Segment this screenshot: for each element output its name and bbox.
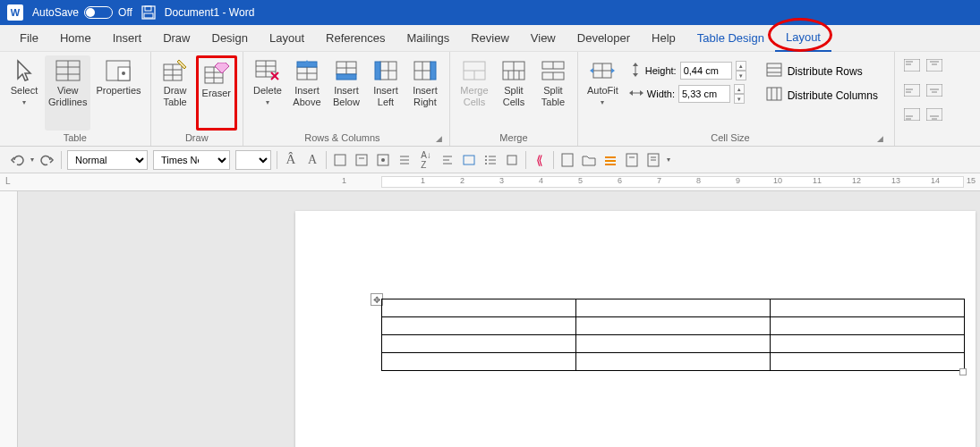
save-icon[interactable]: [141, 5, 156, 20]
menu-references[interactable]: References: [315, 25, 396, 52]
eraser-button[interactable]: Eraser: [196, 55, 237, 131]
font-icon[interactable]: A: [304, 152, 320, 168]
insert-left-icon: [373, 58, 398, 83]
qa-generic-icon[interactable]: [504, 152, 520, 168]
menu-help[interactable]: Help: [641, 25, 686, 52]
menu-home[interactable]: Home: [49, 25, 102, 52]
properties-button[interactable]: Properties: [92, 55, 144, 131]
view-gridlines-button[interactable]: View Gridlines: [45, 55, 90, 131]
menu-draw[interactable]: Draw: [152, 25, 200, 52]
align-middle-left-button[interactable]: [902, 82, 922, 98]
distribute-rows-button[interactable]: Distribute Rows: [763, 61, 882, 81]
menu-developer[interactable]: Developer: [567, 25, 641, 52]
menu-insert[interactable]: Insert: [102, 25, 153, 52]
open-folder-icon[interactable]: [581, 152, 597, 168]
svg-rect-98: [562, 154, 573, 166]
align-top-left-button[interactable]: [902, 57, 922, 73]
table-row[interactable]: [382, 317, 965, 335]
bullet-list-icon[interactable]: [482, 152, 499, 168]
qa-generic-icon[interactable]: [439, 152, 456, 168]
insert-right-button[interactable]: Insert Right: [406, 55, 444, 131]
svg-rect-90: [464, 156, 474, 164]
menu-mailings[interactable]: Mailings: [396, 25, 461, 52]
qa-generic-icon[interactable]: [645, 152, 661, 168]
new-document-icon[interactable]: [559, 152, 575, 168]
split-table-button[interactable]: Split Table: [534, 55, 572, 131]
menu-review[interactable]: Review: [460, 25, 520, 52]
distribute-columns-label: Distribute Columns: [788, 89, 878, 102]
qa-generic-icon[interactable]: [375, 152, 391, 168]
distribute-columns-icon: [766, 87, 782, 104]
menu-design[interactable]: Design: [201, 25, 259, 52]
qa-generic-icon[interactable]: [624, 152, 640, 168]
vertical-ruler[interactable]: [0, 191, 18, 447]
undo-button[interactable]: [9, 152, 25, 168]
horizontal-ruler[interactable]: L 1 1 2 3 4 5 6 7 8 9 10 11 12 13 14 15: [0, 173, 980, 191]
table-row[interactable]: [382, 299, 965, 317]
svg-rect-102: [626, 154, 637, 166]
redo-button[interactable]: [39, 152, 55, 168]
distribute-columns-button[interactable]: Distribute Columns: [763, 85, 882, 105]
dialog-launcher-icon[interactable]: ◢: [877, 134, 885, 143]
autofit-button[interactable]: AutoFit ▾: [584, 55, 622, 109]
align-top-center-button[interactable]: [925, 57, 944, 73]
height-icon: [629, 63, 642, 79]
menu-layout[interactable]: Layout: [259, 25, 315, 52]
insert-below-button[interactable]: Insert Below: [328, 55, 365, 131]
qa-generic-icon[interactable]: [354, 152, 370, 168]
customize-qa-icon[interactable]: ▾: [667, 156, 670, 164]
table-resize-handle[interactable]: [959, 368, 967, 375]
table-row[interactable]: [382, 335, 965, 353]
dialog-launcher-icon[interactable]: ◢: [436, 134, 444, 143]
qa-generic-icon[interactable]: ⟪: [532, 152, 548, 168]
menu-table-design[interactable]: Table Design: [686, 25, 775, 52]
svg-rect-70: [926, 84, 942, 97]
document-table[interactable]: [381, 299, 965, 371]
align-bottom-left-button[interactable]: [902, 106, 922, 122]
separator: [326, 151, 327, 169]
autosave-state: Off: [118, 6, 132, 19]
align-bottom-center-button[interactable]: [925, 106, 944, 122]
split-cells-button[interactable]: Split Cells: [495, 55, 533, 131]
document-page[interactable]: ✥: [295, 211, 976, 447]
menu-table-layout[interactable]: Layout: [775, 25, 831, 52]
height-spinner[interactable]: ▴▾: [736, 61, 746, 80]
alignment-group-label: [900, 131, 946, 146]
width-spinner[interactable]: ▴▾: [734, 84, 745, 104]
merge-cells-button[interactable]: Merge Cells: [456, 55, 493, 131]
select-button[interactable]: Select ▾: [5, 55, 43, 131]
insert-left-button[interactable]: Insert Left: [367, 55, 405, 131]
qa-generic-icon[interactable]: [396, 152, 413, 168]
cell-size-group-label: Cell Size: [584, 131, 877, 146]
insert-above-button[interactable]: Insert Above: [288, 55, 326, 131]
svg-point-83: [381, 158, 385, 162]
font-select[interactable]: Times New R: [153, 150, 230, 170]
align-middle-center-button[interactable]: [925, 82, 944, 98]
width-input[interactable]: [678, 85, 730, 103]
sort-az-icon[interactable]: A↓Z: [418, 152, 434, 168]
autosave-toggle[interactable]: AutoSave Off: [32, 6, 132, 19]
height-label: Height:: [645, 65, 677, 76]
increase-font-icon[interactable]: Â: [283, 152, 299, 168]
draw-table-button[interactable]: Draw Table: [157, 55, 194, 131]
view-gridlines-label: View Gridlines: [48, 85, 87, 108]
toggle-switch[interactable]: [84, 6, 113, 19]
menu-file[interactable]: File: [9, 25, 49, 52]
delete-button[interactable]: Delete ▾: [249, 55, 286, 131]
qa-generic-icon[interactable]: [461, 152, 477, 168]
distribute-rows-label: Distribute Rows: [788, 65, 863, 78]
split-table-icon: [541, 58, 566, 83]
separator: [553, 151, 554, 169]
font-size-select[interactable]: 12: [235, 150, 271, 170]
ribbon-group-cell-size: AutoFit ▾ Height: ▴▾: [578, 52, 895, 146]
svg-rect-97: [507, 156, 516, 164]
height-input[interactable]: [680, 62, 732, 80]
style-select[interactable]: Normal: [67, 150, 148, 170]
qa-generic-icon[interactable]: [332, 152, 348, 168]
menu-view[interactable]: View: [520, 25, 567, 52]
table-group-label: Table: [5, 131, 145, 146]
svg-rect-31: [375, 62, 380, 80]
ribbon-group-table: Select ▾ View Gridlines Properties Table: [0, 52, 151, 146]
table-row[interactable]: [382, 353, 965, 371]
qa-generic-icon[interactable]: [602, 152, 618, 168]
